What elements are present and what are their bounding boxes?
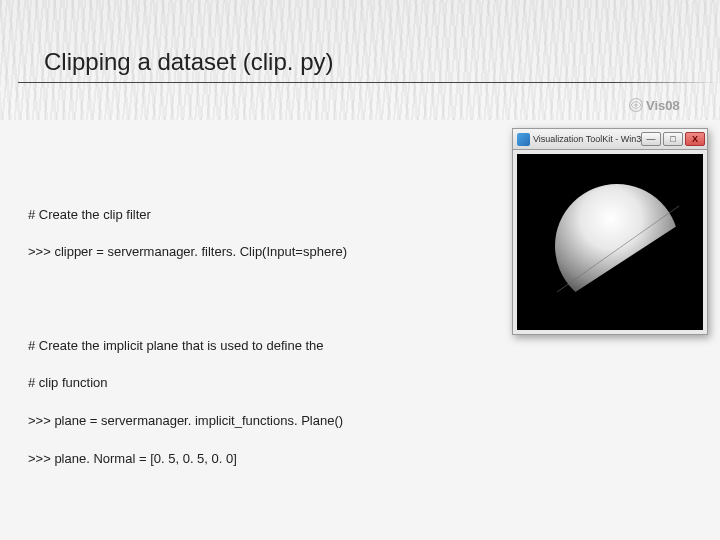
title-underline [18, 82, 720, 83]
code-comment: # Create the clip filter [28, 206, 450, 225]
window-title: Visualization ToolKit - Win32OpenGL #1 [533, 134, 641, 144]
code-region: # Create the clip filter >>> clipper = s… [28, 168, 450, 540]
minimize-button[interactable]: — [641, 132, 661, 146]
maximize-button[interactable]: □ [663, 132, 683, 146]
render-viewport[interactable] [517, 154, 703, 330]
code-line: >>> plane. Normal = [0. 5, 0. 5, 0. 0] [28, 450, 450, 469]
vis08-logo: Vis08 [628, 94, 702, 116]
render-frame [512, 150, 708, 335]
window-titlebar[interactable]: Visualization ToolKit - Win32OpenGL #1 —… [512, 128, 708, 150]
clipped-sphere-icon [517, 154, 703, 330]
code-comment: # clip function [28, 374, 450, 393]
logo-text: Vis08 [646, 98, 680, 113]
code-block-2: # Create the implicit plane that is used… [28, 318, 450, 488]
page-title: Clipping a dataset (clip. py) [44, 48, 333, 76]
svg-point-3 [555, 184, 679, 308]
slide: Clipping a dataset (clip. py) Vis08 # Cr… [0, 0, 720, 540]
code-line: >>> plane = servermanager. implicit_func… [28, 412, 450, 431]
close-button[interactable]: X [685, 132, 705, 146]
code-line: >>> clipper = servermanager. filters. Cl… [28, 243, 450, 262]
code-block-1: # Create the clip filter >>> clipper = s… [28, 187, 450, 281]
code-block-3: # Assign the clip function >>> clipper. … [28, 524, 450, 540]
vtk-app-icon [517, 133, 530, 146]
vtk-render-window: Visualization ToolKit - Win32OpenGL #1 —… [512, 128, 708, 335]
code-comment: # Create the implicit plane that is used… [28, 337, 450, 356]
svg-point-1 [634, 103, 637, 106]
window-buttons: — □ X [641, 132, 705, 146]
